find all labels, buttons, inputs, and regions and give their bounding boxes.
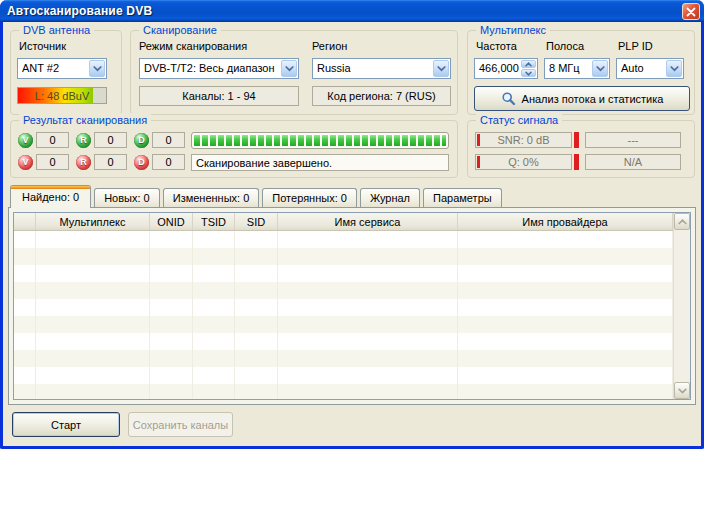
- spin-down-button[interactable]: [521, 69, 536, 77]
- v-ok-icon: V: [18, 133, 33, 148]
- chevron-down-icon[interactable]: [281, 60, 297, 77]
- tab-lost-label: Потерянных: 0: [272, 192, 347, 204]
- column-marker[interactable]: [14, 213, 36, 230]
- title-bar[interactable]: Автосканирование DVB: [0, 0, 704, 22]
- antenna-group-title: DVB антенна: [19, 23, 94, 37]
- table-cell: [150, 248, 193, 265]
- tab-log-label: Журнал: [370, 192, 410, 204]
- window-title: Автосканирование DVB: [7, 4, 152, 18]
- scroll-down-button[interactable]: [674, 382, 690, 399]
- table-cell: [14, 299, 36, 316]
- region-select[interactable]: Russia: [312, 58, 451, 79]
- scanning-group-title: Сканирование: [139, 23, 221, 37]
- region-value: Russia: [317, 62, 351, 74]
- table-row: [14, 367, 673, 384]
- tab-lost[interactable]: Потерянных: 0: [262, 188, 357, 207]
- column-provider-name[interactable]: Имя провайдера: [458, 213, 673, 230]
- snr-meter: SNR: 0 dB: [475, 132, 572, 148]
- region-code-info: Код региона: 7 (RUS): [312, 86, 451, 106]
- table-cell: [458, 282, 673, 299]
- tab-changed[interactable]: Измененных: 0: [163, 188, 260, 207]
- table-cell: [150, 265, 193, 282]
- bandwidth-label: Полоса: [546, 40, 584, 52]
- antenna-source-select[interactable]: ANT #2: [17, 58, 107, 79]
- table-cell: [235, 367, 278, 384]
- column-multiplex[interactable]: Мультиплекс: [36, 213, 150, 230]
- table-cell: [235, 333, 278, 350]
- table-cell: [14, 282, 36, 299]
- scan-mode-select[interactable]: DVB-T/T2: Весь диапазон: [139, 58, 299, 79]
- scan-mode-label: Режим сканирования: [139, 40, 247, 52]
- scan-mode-value: DVB-T/T2: Весь диапазон: [144, 62, 275, 74]
- counter-v-ok: V 0: [18, 132, 69, 148]
- tab-parameters-label: Параметры: [433, 192, 492, 204]
- scroll-up-button[interactable]: [674, 213, 690, 230]
- table-cell: [235, 299, 278, 316]
- table-cell: [278, 265, 458, 282]
- analyze-stream-label: Анализ потока и статистика: [522, 93, 664, 105]
- table-cell: [36, 299, 150, 316]
- scan-result-group: Результат сканирования V 0 R 0 D 0 V 0: [10, 120, 458, 178]
- vertical-scrollbar[interactable]: [673, 213, 690, 399]
- scrollbar-track[interactable]: [674, 230, 690, 382]
- start-button[interactable]: Старт: [12, 412, 120, 437]
- table-cell: [235, 248, 278, 265]
- table-cell: [193, 316, 235, 333]
- antenna-source-value: ANT #2: [22, 62, 59, 74]
- table-cell: [150, 231, 193, 248]
- table-cell: [458, 350, 673, 367]
- table-cell: [36, 367, 150, 384]
- frequency-label: Частота: [476, 40, 517, 52]
- table-cell: [193, 282, 235, 299]
- table-cell: [235, 316, 278, 333]
- dialog-body: DVB антенна Источник ANT #2 L: 48 dBuV С…: [3, 22, 701, 446]
- tab-new[interactable]: Новых: 0: [94, 188, 160, 207]
- tab-found[interactable]: Найдено: 0: [10, 185, 91, 208]
- table-cell: [14, 248, 36, 265]
- table-cell: [36, 350, 150, 367]
- spin-up-button[interactable]: [521, 60, 536, 68]
- r-ok-count: 0: [94, 132, 127, 148]
- column-sid[interactable]: SID: [235, 213, 278, 230]
- signal-level-text: L: 48 dBuV: [18, 90, 106, 102]
- column-onid[interactable]: ONID: [150, 213, 193, 230]
- table-cell: [193, 367, 235, 384]
- table-row: [14, 350, 673, 367]
- chevron-down-icon[interactable]: [666, 60, 682, 77]
- table-row: [14, 384, 673, 399]
- signal-status-group: Статус сигнала SNR: 0 dB --- Q: 0% N/A: [467, 120, 695, 178]
- tab-changed-label: Измененных: 0: [173, 192, 250, 204]
- table-header: Мультиплекс ONID TSID SID Имя сервиса Им…: [14, 213, 673, 231]
- v-fail-icon: V: [18, 155, 33, 170]
- frequency-stepper[interactable]: 466,000: [474, 58, 538, 79]
- table-cell: [278, 367, 458, 384]
- counter-r-fail: R 0: [76, 154, 127, 170]
- column-tsid[interactable]: TSID: [193, 213, 235, 230]
- plp-id-label: PLP ID: [618, 40, 653, 52]
- chevron-down-icon[interactable]: [89, 60, 105, 77]
- table-cell: [36, 265, 150, 282]
- tab-parameters[interactable]: Параметры: [423, 188, 502, 207]
- bandwidth-select[interactable]: 8 МГц: [544, 58, 610, 79]
- table-cell: [278, 231, 458, 248]
- table-cell: [458, 299, 673, 316]
- table-cell: [458, 316, 673, 333]
- table-cell: [150, 282, 193, 299]
- table-cell: [458, 333, 673, 350]
- table-cell: [36, 333, 150, 350]
- plp-id-select[interactable]: Auto: [616, 58, 684, 79]
- table-row: [14, 316, 673, 333]
- channels-range-info: Каналы: 1 - 94: [139, 86, 299, 106]
- table-cell: [278, 333, 458, 350]
- column-service-name[interactable]: Имя сервиса: [278, 213, 458, 230]
- scan-progress-bar: [191, 132, 449, 149]
- tab-log[interactable]: Журнал: [360, 188, 420, 207]
- scan-status-text: Сканирование завершено.: [191, 154, 449, 171]
- signal-level-meter: L: 48 dBuV: [17, 87, 107, 104]
- bandwidth-value: 8 МГц: [549, 62, 580, 74]
- close-button[interactable]: [682, 3, 700, 20]
- analyze-stream-button[interactable]: Анализ потока и статистика: [474, 86, 690, 111]
- table-row: [14, 299, 673, 316]
- chevron-down-icon[interactable]: [433, 60, 449, 77]
- chevron-down-icon[interactable]: [592, 60, 608, 77]
